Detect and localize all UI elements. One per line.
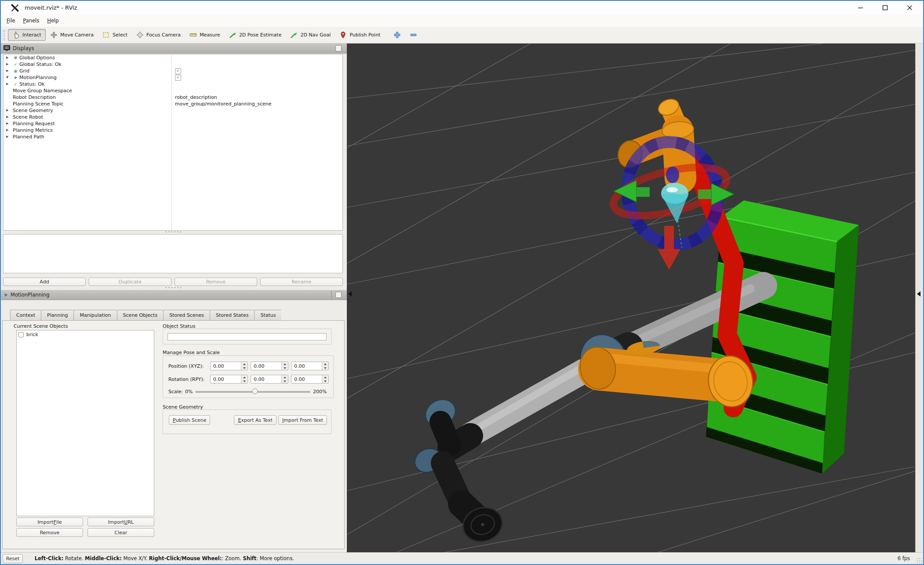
- expander-icon[interactable]: [6, 81, 12, 87]
- spin-down-icon[interactable]: [322, 366, 328, 370]
- remove-button[interactable]: Remove: [175, 278, 257, 286]
- close-button[interactable]: [904, 3, 915, 13]
- rotation-y-spinbox[interactable]: 0.00: [291, 375, 329, 384]
- tree-row[interactable]: Global Options: [4, 54, 342, 61]
- translate-arrow-red-down[interactable]: [664, 226, 674, 250]
- spin-down-icon[interactable]: [241, 379, 247, 383]
- add-button[interactable]: Add: [3, 278, 86, 286]
- expander-icon[interactable]: [6, 107, 12, 114]
- tree-row[interactable]: Scene Geometry: [4, 107, 342, 114]
- tool-publish-point[interactable]: Publish Point: [335, 29, 385, 41]
- tool-select[interactable]: Select: [98, 29, 132, 41]
- add-tool-button[interactable]: [389, 29, 405, 41]
- tree-row[interactable]: Planning Request: [4, 120, 342, 127]
- rotation-r-spinbox[interactable]: 0.00: [210, 375, 248, 384]
- spin-down-icon[interactable]: [282, 379, 288, 383]
- tree-row[interactable]: Grid: [4, 68, 342, 74]
- scene-object-checkbox[interactable]: [18, 332, 24, 337]
- displays-tree[interactable]: Global Options Global Status: Ok Grid Mo…: [3, 54, 343, 231]
- reset-button[interactable]: Reset: [3, 554, 23, 563]
- tool-measure[interactable]: Measure: [185, 29, 225, 41]
- tab[interactable]: Stored States: [210, 310, 254, 321]
- toolbar-drag-handle[interactable]: [3, 30, 5, 40]
- scene-object-item[interactable]: brick: [17, 330, 154, 339]
- spin-down-icon[interactable]: [241, 366, 247, 370]
- tab[interactable]: Manipulation: [73, 310, 116, 321]
- tree-row-value[interactable]: [175, 74, 181, 81]
- spin-up-icon[interactable]: [282, 362, 288, 366]
- spin-up-icon[interactable]: [282, 375, 288, 379]
- 3d-viewport[interactable]: [347, 43, 915, 552]
- publish-scene-button[interactable]: Publish Scene: [169, 415, 210, 425]
- scale-slider[interactable]: [195, 388, 310, 395]
- tab[interactable]: Stored Scenes: [163, 310, 210, 321]
- panel-float-button[interactable]: [335, 45, 342, 51]
- tool-focus-camera[interactable]: Focus Camera: [132, 29, 185, 41]
- menu-panels[interactable]: Panels: [19, 16, 43, 25]
- resize-grip[interactable]: [916, 557, 922, 563]
- tree-row-value[interactable]: [175, 68, 181, 74]
- position-y-spinbox[interactable]: 0.00: [251, 362, 288, 370]
- expander-icon[interactable]: [6, 114, 12, 120]
- expander-icon[interactable]: [6, 134, 12, 140]
- menu-file[interactable]: File: [3, 16, 19, 25]
- spin-down-icon[interactable]: [282, 366, 288, 370]
- tree-row[interactable]: MotionPlanning: [4, 74, 342, 81]
- scene-objects-list[interactable]: brick: [16, 330, 154, 516]
- expander-icon[interactable]: [6, 120, 12, 127]
- expander-icon[interactable]: [6, 61, 12, 68]
- tree-row[interactable]: Planning Scene Topic move_group/monitore…: [4, 101, 342, 107]
- tree-row[interactable]: Planning Metrics: [4, 127, 342, 134]
- expander-icon[interactable]: [6, 54, 12, 61]
- export-as-text-button[interactable]: Export As Text: [234, 415, 276, 425]
- collapsed-right-panel-strip[interactable]: [915, 43, 923, 552]
- tool-2d-pose-estimate[interactable]: 2D Pose Estimate: [225, 29, 286, 41]
- import-from-text-button[interactable]: Import From Text: [278, 415, 327, 425]
- splitter-handle[interactable]: ••••••: [1, 231, 347, 234]
- import-file-button[interactable]: Import File: [16, 518, 83, 526]
- tab[interactable]: Status: [254, 310, 281, 321]
- tree-row[interactable]: Global Status: Ok: [4, 61, 342, 68]
- spin-up-icon[interactable]: [241, 375, 247, 379]
- tab[interactable]: Scene Objects: [117, 310, 164, 321]
- tree-row[interactable]: Robot Description robot_description: [4, 94, 342, 101]
- tab[interactable]: Context: [10, 310, 41, 321]
- import-url-button[interactable]: Import URL: [87, 518, 154, 526]
- clear-objects-button[interactable]: Clear: [87, 528, 154, 537]
- motionplanning-panel-header[interactable]: ➤ MotionPlanning: [1, 290, 347, 300]
- tab[interactable]: Planning: [41, 310, 73, 321]
- tree-row[interactable]: Scene Robot: [4, 114, 342, 120]
- tree-row-value[interactable]: robot_description: [175, 94, 217, 101]
- tree-row-label: Move Group Namespace: [13, 87, 72, 94]
- spin-up-icon[interactable]: [322, 375, 328, 379]
- spin-up-icon[interactable]: [241, 362, 247, 366]
- duplicate-button[interactable]: Duplicate: [89, 278, 171, 286]
- tree-row[interactable]: Planned Path: [4, 134, 342, 140]
- position-z-spinbox[interactable]: 0.00: [291, 362, 329, 370]
- maximize-button[interactable]: [879, 3, 891, 13]
- tree-row-value[interactable]: move_group/monitored_planning_scene: [175, 101, 271, 107]
- tree-row[interactable]: Move Group Namespace: [4, 87, 342, 94]
- panel-collapse-arrow-left[interactable]: [348, 291, 352, 297]
- expander-icon[interactable]: [6, 74, 12, 81]
- panel-float-button[interactable]: [335, 292, 342, 298]
- position-x-spinbox[interactable]: 0.00: [210, 362, 248, 370]
- remove-tool-button[interactable]: [405, 29, 422, 41]
- tool-interact[interactable]: Interact: [8, 29, 46, 41]
- splitter-handle[interactable]: ••••••: [1, 287, 347, 290]
- displays-panel-header[interactable]: Displays: [1, 43, 347, 54]
- expander-icon[interactable]: [6, 127, 12, 134]
- tool-2d-nav-goal[interactable]: 2D Nav Goal: [286, 29, 335, 41]
- menu-help[interactable]: Help: [43, 16, 62, 25]
- rotation-p-spinbox[interactable]: 0.00: [251, 375, 288, 384]
- tool-move-camera[interactable]: Move Camera: [46, 29, 98, 41]
- rename-button[interactable]: Rename: [260, 278, 343, 286]
- panel-collapse-arrow-right[interactable]: [917, 291, 920, 297]
- expander-icon[interactable]: [6, 68, 12, 74]
- slider-handle[interactable]: [252, 388, 258, 394]
- minimize-button[interactable]: [855, 3, 866, 13]
- tree-row[interactable]: Status: Ok: [4, 81, 342, 87]
- remove-object-button[interactable]: Remove: [16, 528, 83, 537]
- spin-up-icon[interactable]: [322, 362, 328, 366]
- spin-down-icon[interactable]: [322, 379, 328, 383]
